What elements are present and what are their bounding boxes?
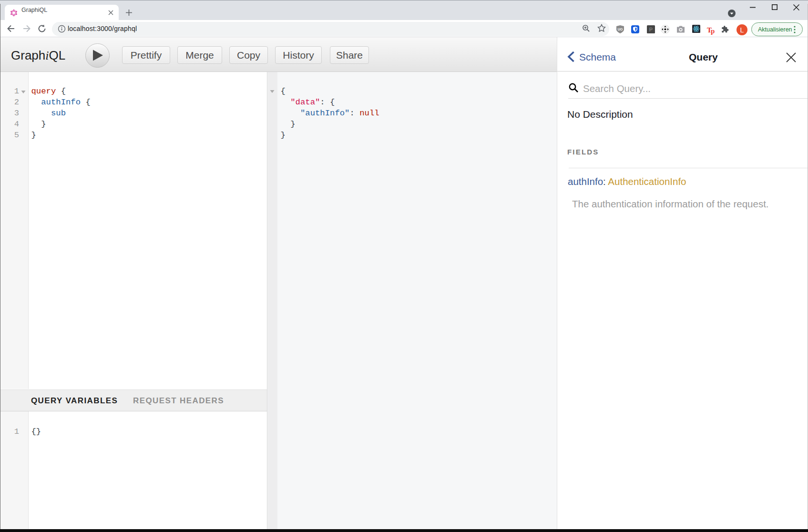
svg-text:P: P <box>649 27 653 32</box>
svg-text:UO: UO <box>618 28 623 31</box>
